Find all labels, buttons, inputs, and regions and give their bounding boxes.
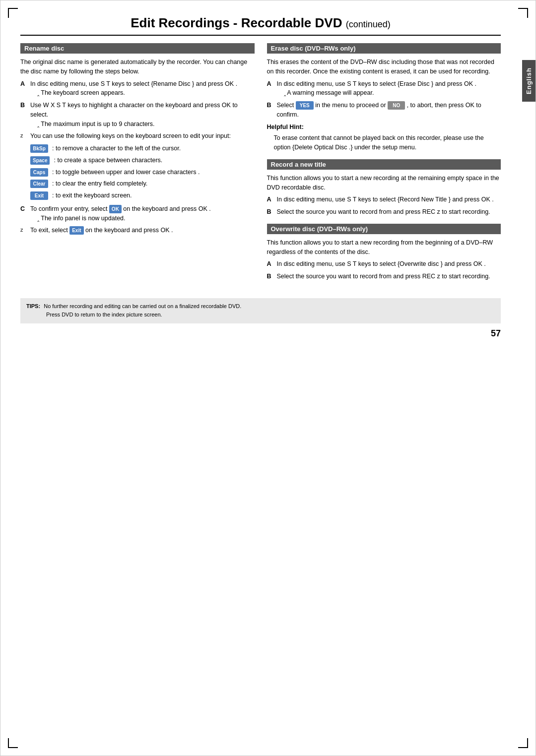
record-step-a: A In disc editing menu, use S T keys to …	[267, 195, 501, 204]
erase-step-b-text-before: Select	[277, 102, 296, 109]
step-z2-text-before: To exit, select	[30, 227, 69, 234]
title-continued: (continued)	[346, 19, 391, 29]
key-bksp-tag: BkSp	[30, 144, 48, 153]
key-clear-row: Clear : to clear the entry field complet…	[30, 179, 255, 189]
key-caps-tag: Caps	[30, 168, 48, 177]
erase-step-b-content: Select YES in the menu to proceed or NO …	[277, 101, 501, 120]
record-new-title-intro: This function allows you to start a new …	[267, 174, 501, 192]
key-space-desc: : to create a space between characters.	[54, 156, 254, 165]
step-c-text-after: on the keyboard and press OK .	[123, 205, 211, 212]
key-exit-tag: Exit	[30, 191, 48, 200]
corner-mark-tr	[518, 8, 528, 18]
step-b-text: Use W X S T keys to highlight a characte…	[30, 102, 238, 118]
corner-mark-tl	[8, 8, 18, 18]
erase-step-b-text-mid: in the menu to proceed or	[315, 102, 388, 109]
no-button: NO	[388, 101, 405, 110]
key-bksp-desc: : to remove a character to the left of t…	[52, 144, 255, 153]
key-space-row: Space : to create a space between charac…	[30, 156, 255, 165]
step-a-content: In disc editing menu, use S T keys to se…	[30, 79, 255, 98]
left-column: Rename disc The original disc name is ge…	[20, 43, 255, 288]
erase-disc-intro: This erases the content of the DVD–RW di…	[267, 58, 501, 76]
step-b-label: B	[20, 101, 27, 128]
overwrite-step-a-content: In disc editing menu, use S T keys to se…	[277, 259, 501, 269]
key-exit-row: Exit : to exit the keyboard screen.	[30, 191, 255, 200]
overwrite-disc-intro: This function allows you to start a new …	[267, 238, 501, 257]
overwrite-disc-body: This function allows you to start a new …	[267, 238, 501, 281]
content-area: Rename disc The original disc name is ge…	[20, 43, 501, 288]
step-b-sub: ‸ The maximum input is up to 9 character…	[30, 120, 255, 129]
key-caps-row: Caps : to toggle between upper and lower…	[30, 168, 255, 177]
step-b: B Use W X S T keys to highlight a charac…	[20, 101, 255, 128]
english-tab: English	[522, 60, 536, 102]
step-z1-text: You can use the following keys on the ke…	[30, 132, 231, 139]
overwrite-step-b-content: Select the source you want to record fro…	[277, 272, 501, 281]
ok-button-inline: OK	[109, 205, 122, 213]
step-a-label: A	[20, 79, 27, 98]
key-caps-desc: : to toggle between upper and lower case…	[52, 168, 255, 177]
step-z2: z To exit, select Exit on the keyboard a…	[20, 226, 255, 235]
step-z1-content: You can use the following keys on the ke…	[30, 131, 255, 141]
step-z2-content: To exit, select Exit on the keyboard and…	[30, 226, 255, 235]
erase-step-a: A In disc editing menu, use S T keys to …	[267, 79, 501, 98]
step-z1: z You can use the following keys on the …	[20, 131, 255, 141]
overwrite-step-a-label: A	[267, 259, 274, 269]
erase-disc-body: This erases the content of the DVD–RW di…	[267, 58, 501, 152]
record-new-title-body: This function allows you to start a new …	[267, 174, 501, 217]
erase-step-b-label: B	[267, 101, 274, 120]
step-a: A In disc editing menu, use S T keys to …	[20, 79, 255, 98]
tips-line-2: Press DVD to return to the index picture…	[26, 312, 162, 317]
step-c-text-before: To confirm your entry, select	[30, 205, 109, 212]
overwrite-step-b-label: B	[267, 272, 274, 281]
yes-button: YES	[296, 101, 314, 110]
record-new-title-header: Record a new title	[267, 159, 501, 170]
step-c: C To confirm your entry, select OK on th…	[20, 204, 255, 223]
corner-mark-bl	[8, 738, 18, 748]
record-step-b-label: B	[267, 207, 274, 217]
tips-bar: TIPS: No further recording and editing c…	[20, 298, 501, 323]
title-main: Edit Recordings - Recordable DVD	[131, 15, 342, 30]
rename-disc-intro: The original disc name is generated auto…	[20, 58, 255, 76]
step-z2-text-after: on the keyboard and press OK .	[85, 227, 173, 234]
record-step-a-content: In disc editing menu, use S T keys to se…	[277, 195, 501, 204]
erase-step-a-text: In disc editing menu, use S T keys to se…	[277, 80, 477, 87]
exit-button-inline: Exit	[69, 226, 83, 235]
overwrite-step-b: B Select the source you want to record f…	[267, 272, 501, 281]
erase-step-b: B Select YES in the menu to proceed or N…	[267, 101, 501, 120]
step-c-sub: ‸ The info panel is now updated.	[30, 214, 255, 223]
step-a-sub: ‸ The keyboard screen appears.	[30, 88, 255, 98]
record-step-b: B Select the source you want to record f…	[267, 207, 501, 217]
key-bksp-row: BkSp : to remove a character to the left…	[30, 144, 255, 153]
key-clear-tag: Clear	[30, 180, 48, 188]
rename-disc-header: Rename disc	[20, 43, 255, 54]
tips-label: TIPS:	[26, 303, 40, 309]
rename-disc-body: The original disc name is generated auto…	[20, 58, 255, 235]
erase-step-a-sub: ‸ A warning message will appear.	[277, 88, 501, 98]
page-number: 57	[20, 328, 501, 339]
overwrite-disc-header: Overwrite disc (DVD–RWs only)	[267, 224, 501, 234]
step-z2-label: z	[20, 226, 27, 235]
step-z1-label: z	[20, 131, 27, 141]
step-b-content: Use W X S T keys to highlight a characte…	[30, 101, 255, 128]
key-space-tag: Space	[30, 156, 50, 165]
key-clear-desc: : to clear the entry field completely.	[52, 179, 255, 189]
hint-text: To erase content that cannot be played b…	[267, 133, 501, 152]
keys-list: BkSp : to remove a character to the left…	[20, 144, 255, 200]
erase-step-a-content: In disc editing menu, use S T keys to se…	[277, 79, 501, 98]
erase-step-a-label: A	[267, 79, 274, 98]
tips-line-1: No further recording and editing can be …	[44, 303, 241, 309]
erase-disc-header: Erase disc (DVD–RWs only)	[267, 43, 501, 54]
record-step-b-content: Select the source you want to record fro…	[277, 207, 501, 217]
step-a-text: In disc editing menu, use S T keys to se…	[30, 80, 237, 87]
record-step-a-label: A	[267, 195, 274, 204]
page-title: Edit Recordings - Recordable DVD (contin…	[20, 15, 501, 36]
overwrite-step-a: A In disc editing menu, use S T keys to …	[267, 259, 501, 269]
page: English Edit Recordings - Recordable DVD…	[0, 0, 536, 756]
key-exit-desc: : to exit the keyboard screen.	[52, 191, 255, 200]
right-column: Erase disc (DVD–RWs only) This erases th…	[267, 43, 501, 288]
step-c-content: To confirm your entry, select OK on the …	[30, 204, 255, 223]
corner-mark-br	[518, 738, 528, 748]
hint-header: Helpful Hint:	[267, 123, 501, 132]
step-c-label: C	[20, 204, 27, 223]
